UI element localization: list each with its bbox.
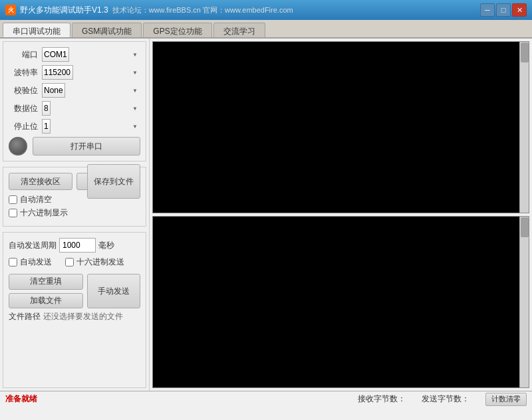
file-path-value: 还没选择要发送的文件 [43,311,140,322]
tab-learn[interactable]: 交流学习 [213,23,265,37]
receive-scrollbar-thumb [521,43,529,62]
hex-send-row: 十六进制发送 [65,257,124,268]
load-file-button[interactable]: 加载文件 [9,293,83,309]
parity-select[interactable]: None [42,83,65,98]
period-unit-label: 毫秒 [98,240,114,251]
auto-send-row: 自动发送 [9,257,52,268]
hex-display-row: 十六进制显示 [9,207,68,219]
tab-bar: 串口调试功能 GSM调试功能 GPS定位功能 交流学习 [0,20,532,39]
title-bar: 火 野火多功能调试助手V1.3 技术论坛：www.fireBBS.cn 官网：w… [0,0,532,20]
title-bar-controls: ─ □ ✕ [480,3,527,17]
clear-receive-button[interactable]: 清空接收区 [9,173,72,190]
send-period-label: 自动发送周期 [9,240,57,251]
parity-label: 校验位 [9,85,42,96]
receive-count-label: 接收字节数： [358,393,406,405]
open-port-row: 打开串口 [9,137,140,156]
send-count-label: 发送字节数： [422,393,469,405]
title-subtitle: 技术论坛：www.fireBBS.cn 官网：www.embedFire.com [112,5,293,15]
port-label: 端口 [9,49,42,60]
receive-display-wrapper [152,41,529,213]
title-bar-left: 火 野火多功能调试助手V1.3 技术论坛：www.fireBBS.cn 官网：w… [5,5,293,16]
send-period-row: 自动发送周期 毫秒 [9,238,140,253]
baud-row: 波特率 115200 [9,65,140,80]
stopbits-row: 停止位 1 [9,119,140,134]
auto-clear-row: 自动清空 [9,194,68,205]
databits-select-wrapper: 8 [42,101,140,116]
manual-send-button[interactable]: 手动发送 [87,274,140,308]
send-btns-row: 清空重填 加载文件 手动发送 [9,274,140,308]
title-text: 野火多功能调试助手V1.3 [20,5,108,16]
baud-label: 波特率 [9,67,42,78]
stopbits-select-wrapper: 1 [42,119,140,134]
count-clear-button[interactable]: 计数清零 [485,393,527,406]
parity-row: 校验位 None [9,83,140,98]
stopbits-label: 停止位 [9,121,42,132]
hex-display-label: 十六进制显示 [20,207,68,219]
send-scrollbar-thumb [521,217,529,237]
maximize-button[interactable]: □ [496,3,511,17]
main-content: 端口 COM1 波特率 115200 校验位 [0,39,532,391]
databits-select[interactable]: 8 [42,101,51,116]
send-period-input[interactable] [59,238,96,253]
port-status-indicator [9,137,27,156]
file-path-row: 文件路径 还没选择要发送的文件 [9,311,140,322]
send-count-item: 发送字节数： [422,393,472,405]
close-button[interactable]: ✕ [512,3,527,17]
receive-checkboxes: 自动清空 十六进制显示 [9,194,68,221]
receive-section: 清空接收区 停止显示 自动清空 十六进制显示 保存到文件 [3,167,146,227]
hex-send-checkbox[interactable] [65,258,74,266]
receive-count-item: 接收字节数： [358,393,408,405]
hex-send-label: 十六进制发送 [76,257,124,268]
send-options-row: 自动发送 十六进制发送 [9,257,140,270]
save-file-button[interactable]: 保存到文件 [87,164,140,199]
databits-row: 数据位 8 [9,101,140,116]
app-icon: 火 [5,5,16,15]
minimize-button[interactable]: ─ [480,3,495,17]
config-section: 端口 COM1 波特率 115200 校验位 [3,41,146,161]
status-bar: 准备就绪 接收字节数： 发送字节数： 计数清零 [0,391,532,407]
receive-display[interactable] [153,42,519,213]
status-ready-label: 准备就绪 [5,393,37,405]
file-path-label: 文件路径 [9,311,41,322]
open-port-button[interactable]: 打开串口 [33,137,140,156]
tab-gsm[interactable]: GSM调试功能 [72,23,142,37]
send-section: 自动发送周期 毫秒 自动发送 十六进制发送 清空重填 加载文件 [3,232,146,388]
hex-display-checkbox[interactable] [9,209,17,217]
port-row: 端口 COM1 [9,47,140,62]
send-display-wrapper [152,216,529,388]
send-display[interactable] [153,217,519,387]
receive-scrollbar[interactable] [519,42,529,213]
databits-label: 数据位 [9,103,42,114]
baud-select[interactable]: 115200 [42,65,73,80]
parity-select-wrapper: None [42,83,140,98]
auto-clear-label: 自动清空 [20,194,52,205]
right-panel [150,39,532,391]
port-select-wrapper: COM1 [42,47,140,62]
send-scrollbar[interactable] [519,217,529,387]
send-left-btns: 清空重填 加载文件 [9,274,83,308]
left-panel: 端口 COM1 波特率 115200 校验位 [0,39,150,391]
auto-clear-checkbox[interactable] [9,195,17,204]
baud-select-wrapper: 115200 [42,65,140,80]
auto-send-checkbox[interactable] [9,258,17,266]
tab-serial[interactable]: 串口调试功能 [3,23,70,37]
auto-send-label: 自动发送 [20,257,52,268]
port-select[interactable]: COM1 [42,47,69,62]
tab-gps[interactable]: GPS定位功能 [143,23,211,37]
stopbits-select[interactable]: 1 [42,119,51,134]
clear-fill-button[interactable]: 清空重填 [9,274,83,290]
